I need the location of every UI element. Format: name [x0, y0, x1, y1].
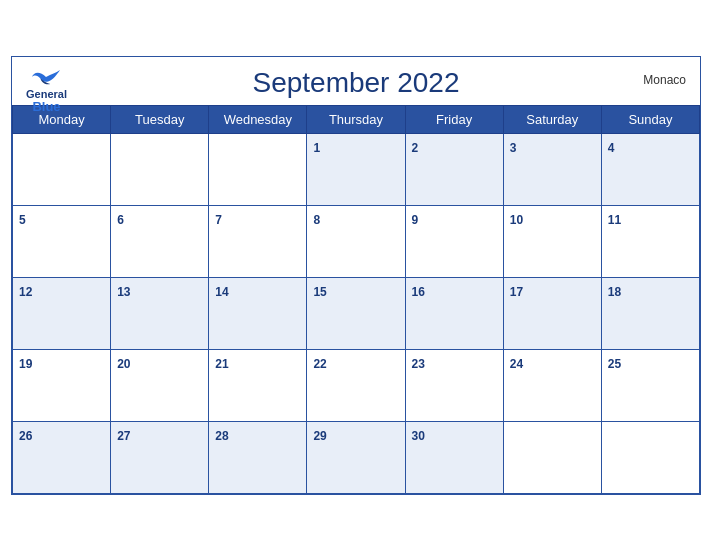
day-cell: 17 [503, 277, 601, 349]
calendar-row: 567891011 [13, 205, 700, 277]
empty-cell [601, 421, 699, 493]
calendar-row: 12131415161718 [13, 277, 700, 349]
calendar-table: Monday Tuesday Wednesday Thursday Friday… [12, 105, 700, 494]
logo-blue-text: Blue [32, 100, 60, 114]
logo: General Blue [26, 67, 67, 114]
day-number: 2 [412, 141, 419, 155]
day-number: 1 [313, 141, 320, 155]
day-cell: 21 [209, 349, 307, 421]
day-cell: 24 [503, 349, 601, 421]
weekday-header-row: Monday Tuesday Wednesday Thursday Friday… [13, 105, 700, 133]
day-number: 30 [412, 429, 425, 443]
country-label: Monaco [643, 73, 686, 87]
day-number: 14 [215, 285, 228, 299]
day-number: 6 [117, 213, 124, 227]
day-cell: 7 [209, 205, 307, 277]
day-number: 13 [117, 285, 130, 299]
day-number: 20 [117, 357, 130, 371]
day-cell: 10 [503, 205, 601, 277]
col-thursday: Thursday [307, 105, 405, 133]
day-cell: 26 [13, 421, 111, 493]
calendar: General Blue September 2022 Monaco Monda… [11, 56, 701, 495]
day-number: 26 [19, 429, 32, 443]
col-wednesday: Wednesday [209, 105, 307, 133]
day-cell: 1 [307, 133, 405, 205]
day-cell: 11 [601, 205, 699, 277]
day-number: 9 [412, 213, 419, 227]
day-number: 8 [313, 213, 320, 227]
day-number: 17 [510, 285, 523, 299]
day-number: 22 [313, 357, 326, 371]
day-number: 28 [215, 429, 228, 443]
day-number: 4 [608, 141, 615, 155]
empty-cell [13, 133, 111, 205]
day-cell: 20 [111, 349, 209, 421]
day-number: 25 [608, 357, 621, 371]
day-cell: 19 [13, 349, 111, 421]
calendar-header: General Blue September 2022 Monaco [12, 57, 700, 105]
day-cell: 9 [405, 205, 503, 277]
day-cell: 13 [111, 277, 209, 349]
day-cell: 28 [209, 421, 307, 493]
calendar-row: 2627282930 [13, 421, 700, 493]
day-number: 5 [19, 213, 26, 227]
day-number: 12 [19, 285, 32, 299]
day-cell: 22 [307, 349, 405, 421]
day-number: 21 [215, 357, 228, 371]
empty-cell [111, 133, 209, 205]
day-number: 15 [313, 285, 326, 299]
day-number: 11 [608, 213, 621, 227]
empty-cell [209, 133, 307, 205]
day-cell: 29 [307, 421, 405, 493]
logo-bird-icon [32, 67, 60, 87]
day-cell: 14 [209, 277, 307, 349]
col-saturday: Saturday [503, 105, 601, 133]
day-number: 24 [510, 357, 523, 371]
month-title: September 2022 [252, 67, 459, 99]
day-cell: 5 [13, 205, 111, 277]
day-cell: 25 [601, 349, 699, 421]
calendar-row: 19202122232425 [13, 349, 700, 421]
day-cell: 16 [405, 277, 503, 349]
day-number: 3 [510, 141, 517, 155]
day-cell: 4 [601, 133, 699, 205]
col-tuesday: Tuesday [111, 105, 209, 133]
calendar-row: 1234 [13, 133, 700, 205]
col-sunday: Sunday [601, 105, 699, 133]
day-number: 16 [412, 285, 425, 299]
day-number: 29 [313, 429, 326, 443]
day-cell: 8 [307, 205, 405, 277]
day-cell: 23 [405, 349, 503, 421]
day-cell: 30 [405, 421, 503, 493]
empty-cell [503, 421, 601, 493]
day-number: 23 [412, 357, 425, 371]
day-number: 7 [215, 213, 222, 227]
day-cell: 27 [111, 421, 209, 493]
day-cell: 6 [111, 205, 209, 277]
day-number: 10 [510, 213, 523, 227]
day-cell: 12 [13, 277, 111, 349]
day-cell: 3 [503, 133, 601, 205]
logo-general-text: General [26, 88, 67, 100]
col-friday: Friday [405, 105, 503, 133]
day-cell: 18 [601, 277, 699, 349]
day-cell: 15 [307, 277, 405, 349]
day-number: 27 [117, 429, 130, 443]
day-cell: 2 [405, 133, 503, 205]
day-number: 19 [19, 357, 32, 371]
day-number: 18 [608, 285, 621, 299]
